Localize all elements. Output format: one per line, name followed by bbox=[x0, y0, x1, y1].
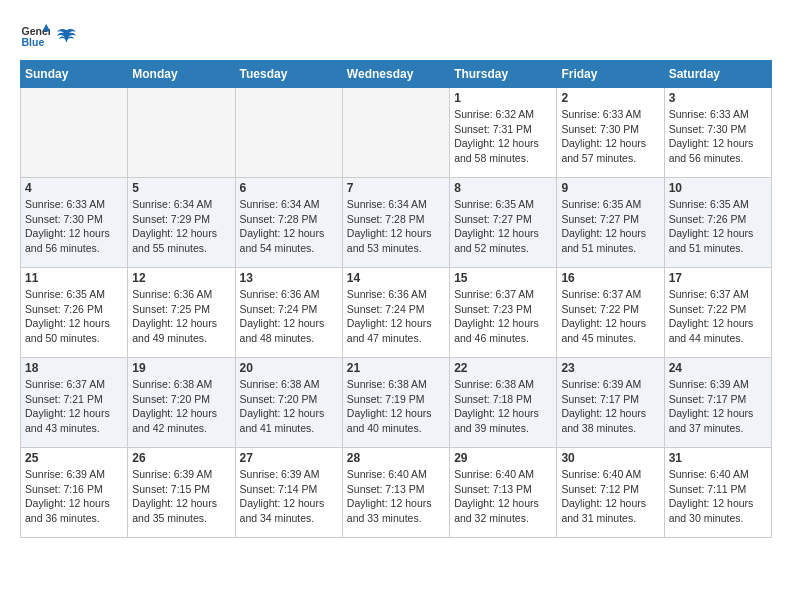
calendar-week-row: 18Sunrise: 6:37 AMSunset: 7:21 PMDayligh… bbox=[21, 358, 772, 448]
weekday-header-monday: Monday bbox=[128, 61, 235, 88]
calendar-week-row: 1Sunrise: 6:32 AMSunset: 7:31 PMDaylight… bbox=[21, 88, 772, 178]
day-number: 2 bbox=[561, 91, 659, 105]
calendar-day-cell: 10Sunrise: 6:35 AMSunset: 7:26 PMDayligh… bbox=[664, 178, 771, 268]
weekday-header-wednesday: Wednesday bbox=[342, 61, 449, 88]
calendar-day-cell: 24Sunrise: 6:39 AMSunset: 7:17 PMDayligh… bbox=[664, 358, 771, 448]
day-number: 7 bbox=[347, 181, 445, 195]
day-info: Sunrise: 6:38 AMSunset: 7:19 PMDaylight:… bbox=[347, 377, 445, 436]
day-number: 30 bbox=[561, 451, 659, 465]
weekday-header-thursday: Thursday bbox=[450, 61, 557, 88]
logo: General Blue bbox=[20, 20, 78, 50]
day-info: Sunrise: 6:34 AMSunset: 7:29 PMDaylight:… bbox=[132, 197, 230, 256]
calendar-day-cell: 29Sunrise: 6:40 AMSunset: 7:13 PMDayligh… bbox=[450, 448, 557, 538]
day-info: Sunrise: 6:39 AMSunset: 7:15 PMDaylight:… bbox=[132, 467, 230, 526]
calendar-day-cell: 6Sunrise: 6:34 AMSunset: 7:28 PMDaylight… bbox=[235, 178, 342, 268]
day-number: 14 bbox=[347, 271, 445, 285]
calendar-week-row: 11Sunrise: 6:35 AMSunset: 7:26 PMDayligh… bbox=[21, 268, 772, 358]
day-number: 17 bbox=[669, 271, 767, 285]
day-info: Sunrise: 6:40 AMSunset: 7:13 PMDaylight:… bbox=[454, 467, 552, 526]
svg-text:Blue: Blue bbox=[22, 36, 45, 48]
day-number: 16 bbox=[561, 271, 659, 285]
calendar-day-cell: 12Sunrise: 6:36 AMSunset: 7:25 PMDayligh… bbox=[128, 268, 235, 358]
calendar-day-cell: 19Sunrise: 6:38 AMSunset: 7:20 PMDayligh… bbox=[128, 358, 235, 448]
day-info: Sunrise: 6:33 AMSunset: 7:30 PMDaylight:… bbox=[561, 107, 659, 166]
weekday-header-sunday: Sunday bbox=[21, 61, 128, 88]
day-number: 18 bbox=[25, 361, 123, 375]
day-info: Sunrise: 6:37 AMSunset: 7:21 PMDaylight:… bbox=[25, 377, 123, 436]
calendar-day-cell: 15Sunrise: 6:37 AMSunset: 7:23 PMDayligh… bbox=[450, 268, 557, 358]
header: General Blue bbox=[20, 20, 772, 50]
day-number: 8 bbox=[454, 181, 552, 195]
day-number: 13 bbox=[240, 271, 338, 285]
day-number: 31 bbox=[669, 451, 767, 465]
day-info: Sunrise: 6:33 AMSunset: 7:30 PMDaylight:… bbox=[669, 107, 767, 166]
calendar-day-cell: 23Sunrise: 6:39 AMSunset: 7:17 PMDayligh… bbox=[557, 358, 664, 448]
day-info: Sunrise: 6:34 AMSunset: 7:28 PMDaylight:… bbox=[347, 197, 445, 256]
day-info: Sunrise: 6:35 AMSunset: 7:27 PMDaylight:… bbox=[561, 197, 659, 256]
calendar-day-cell: 25Sunrise: 6:39 AMSunset: 7:16 PMDayligh… bbox=[21, 448, 128, 538]
day-info: Sunrise: 6:38 AMSunset: 7:20 PMDaylight:… bbox=[132, 377, 230, 436]
weekday-header-tuesday: Tuesday bbox=[235, 61, 342, 88]
calendar-day-cell: 1Sunrise: 6:32 AMSunset: 7:31 PMDaylight… bbox=[450, 88, 557, 178]
calendar-day-cell: 30Sunrise: 6:40 AMSunset: 7:12 PMDayligh… bbox=[557, 448, 664, 538]
day-number: 3 bbox=[669, 91, 767, 105]
calendar-day-cell: 7Sunrise: 6:34 AMSunset: 7:28 PMDaylight… bbox=[342, 178, 449, 268]
calendar-day-cell: 28Sunrise: 6:40 AMSunset: 7:13 PMDayligh… bbox=[342, 448, 449, 538]
day-number: 26 bbox=[132, 451, 230, 465]
calendar-day-cell: 27Sunrise: 6:39 AMSunset: 7:14 PMDayligh… bbox=[235, 448, 342, 538]
calendar-table: SundayMondayTuesdayWednesdayThursdayFrid… bbox=[20, 60, 772, 538]
day-info: Sunrise: 6:34 AMSunset: 7:28 PMDaylight:… bbox=[240, 197, 338, 256]
calendar-day-cell bbox=[235, 88, 342, 178]
day-number: 27 bbox=[240, 451, 338, 465]
day-number: 24 bbox=[669, 361, 767, 375]
day-number: 28 bbox=[347, 451, 445, 465]
calendar-day-cell: 2Sunrise: 6:33 AMSunset: 7:30 PMDaylight… bbox=[557, 88, 664, 178]
calendar-day-cell: 14Sunrise: 6:36 AMSunset: 7:24 PMDayligh… bbox=[342, 268, 449, 358]
day-info: Sunrise: 6:33 AMSunset: 7:30 PMDaylight:… bbox=[25, 197, 123, 256]
day-info: Sunrise: 6:32 AMSunset: 7:31 PMDaylight:… bbox=[454, 107, 552, 166]
calendar-day-cell: 21Sunrise: 6:38 AMSunset: 7:19 PMDayligh… bbox=[342, 358, 449, 448]
day-info: Sunrise: 6:36 AMSunset: 7:24 PMDaylight:… bbox=[347, 287, 445, 346]
day-info: Sunrise: 6:40 AMSunset: 7:11 PMDaylight:… bbox=[669, 467, 767, 526]
day-number: 12 bbox=[132, 271, 230, 285]
day-info: Sunrise: 6:40 AMSunset: 7:12 PMDaylight:… bbox=[561, 467, 659, 526]
logo-icon: General Blue bbox=[20, 20, 50, 50]
day-number: 29 bbox=[454, 451, 552, 465]
weekday-header-saturday: Saturday bbox=[664, 61, 771, 88]
day-number: 10 bbox=[669, 181, 767, 195]
day-info: Sunrise: 6:39 AMSunset: 7:16 PMDaylight:… bbox=[25, 467, 123, 526]
day-number: 20 bbox=[240, 361, 338, 375]
day-number: 6 bbox=[240, 181, 338, 195]
calendar-day-cell bbox=[21, 88, 128, 178]
logo-bird-icon bbox=[56, 26, 78, 48]
day-number: 11 bbox=[25, 271, 123, 285]
day-number: 21 bbox=[347, 361, 445, 375]
day-info: Sunrise: 6:37 AMSunset: 7:22 PMDaylight:… bbox=[561, 287, 659, 346]
day-number: 1 bbox=[454, 91, 552, 105]
calendar-day-cell: 8Sunrise: 6:35 AMSunset: 7:27 PMDaylight… bbox=[450, 178, 557, 268]
calendar-day-cell: 9Sunrise: 6:35 AMSunset: 7:27 PMDaylight… bbox=[557, 178, 664, 268]
day-info: Sunrise: 6:35 AMSunset: 7:26 PMDaylight:… bbox=[669, 197, 767, 256]
weekday-header-friday: Friday bbox=[557, 61, 664, 88]
day-number: 9 bbox=[561, 181, 659, 195]
calendar-day-cell: 17Sunrise: 6:37 AMSunset: 7:22 PMDayligh… bbox=[664, 268, 771, 358]
calendar-day-cell: 16Sunrise: 6:37 AMSunset: 7:22 PMDayligh… bbox=[557, 268, 664, 358]
day-info: Sunrise: 6:39 AMSunset: 7:14 PMDaylight:… bbox=[240, 467, 338, 526]
calendar-day-cell: 22Sunrise: 6:38 AMSunset: 7:18 PMDayligh… bbox=[450, 358, 557, 448]
calendar-day-cell: 3Sunrise: 6:33 AMSunset: 7:30 PMDaylight… bbox=[664, 88, 771, 178]
day-number: 22 bbox=[454, 361, 552, 375]
day-info: Sunrise: 6:37 AMSunset: 7:22 PMDaylight:… bbox=[669, 287, 767, 346]
day-info: Sunrise: 6:35 AMSunset: 7:26 PMDaylight:… bbox=[25, 287, 123, 346]
day-info: Sunrise: 6:35 AMSunset: 7:27 PMDaylight:… bbox=[454, 197, 552, 256]
calendar-day-cell: 18Sunrise: 6:37 AMSunset: 7:21 PMDayligh… bbox=[21, 358, 128, 448]
day-info: Sunrise: 6:36 AMSunset: 7:24 PMDaylight:… bbox=[240, 287, 338, 346]
calendar-day-cell: 31Sunrise: 6:40 AMSunset: 7:11 PMDayligh… bbox=[664, 448, 771, 538]
calendar-day-cell: 4Sunrise: 6:33 AMSunset: 7:30 PMDaylight… bbox=[21, 178, 128, 268]
day-info: Sunrise: 6:39 AMSunset: 7:17 PMDaylight:… bbox=[561, 377, 659, 436]
calendar-week-row: 4Sunrise: 6:33 AMSunset: 7:30 PMDaylight… bbox=[21, 178, 772, 268]
day-info: Sunrise: 6:39 AMSunset: 7:17 PMDaylight:… bbox=[669, 377, 767, 436]
day-info: Sunrise: 6:38 AMSunset: 7:18 PMDaylight:… bbox=[454, 377, 552, 436]
calendar-day-cell bbox=[342, 88, 449, 178]
calendar-day-cell: 5Sunrise: 6:34 AMSunset: 7:29 PMDaylight… bbox=[128, 178, 235, 268]
day-number: 4 bbox=[25, 181, 123, 195]
